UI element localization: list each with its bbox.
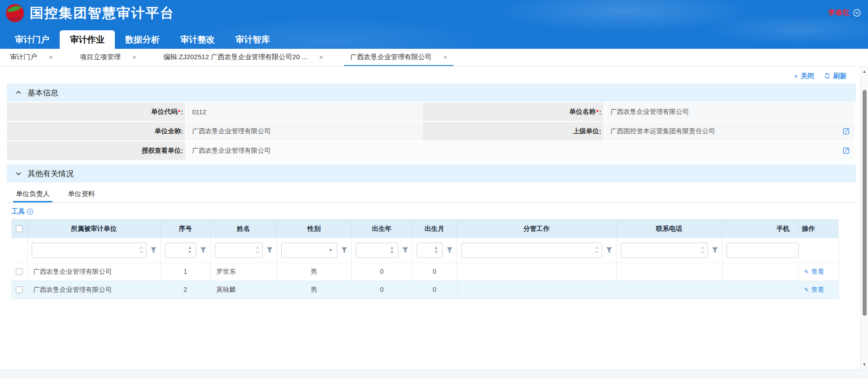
parent-unit-label: 上级单位: (423, 122, 604, 140)
spinner-up-icon[interactable]: ▲ (434, 246, 439, 249)
unit-code-label: 单位代码*: (7, 103, 185, 121)
scroll-down-icon[interactable]: ▼ (861, 360, 868, 369)
unit-full-name-label: 单位全称: (7, 122, 185, 140)
nav-item-audit-work[interactable]: 审计作业 (60, 30, 115, 49)
filter-funnel-icon[interactable] (712, 247, 718, 253)
row-checkbox[interactable] (16, 268, 23, 275)
vertical-scrollbar[interactable]: ▲ ▼ (860, 66, 868, 370)
user-name: 李春红 (828, 8, 850, 18)
unit-code-field[interactable]: 0112 (185, 103, 423, 121)
filter-audited-unit-input[interactable] (32, 243, 146, 258)
filter-gender-select[interactable]: ▼ (281, 243, 337, 258)
view-row-button[interactable]: ✎查看 (804, 285, 825, 294)
close-page-button[interactable]: × 关闭 (794, 72, 814, 80)
tools-menu-button[interactable]: 工具 (11, 206, 860, 216)
filter-funnel-icon[interactable] (151, 247, 156, 253)
collapse-up-icon[interactable] (16, 91, 21, 96)
filter-mobile-input[interactable] (726, 243, 799, 258)
workspace-tab-edit-project[interactable]: 编辑:ZJ202512 广西农垦企业管理有限公司20 ... × (157, 49, 330, 66)
spinner-up-icon[interactable]: ▲ (188, 246, 192, 249)
workspace-tab-project-approval[interactable]: 项目立项管理 × (74, 49, 143, 66)
close-icon: × (794, 72, 798, 80)
tab-unit-leaders[interactable]: 单位负责人 (13, 187, 52, 202)
picker-edit-icon[interactable] (843, 128, 849, 135)
tab-unit-documents[interactable]: 单位资料 (65, 187, 98, 202)
unit-name-label: 单位名称*: (423, 103, 604, 121)
col-birth-year: 出生年 (351, 219, 412, 238)
workspace-tab-audit-portal[interactable]: 审计门户 × (4, 49, 59, 66)
refresh-icon (824, 73, 830, 79)
col-seq: 序号 (160, 219, 210, 238)
nav-item-data-analysis[interactable]: 数据分析 (115, 30, 170, 49)
filter-duty-input[interactable] (461, 243, 602, 258)
spinner-down-icon[interactable]: ▼ (390, 251, 394, 254)
col-audited-unit: 所属被审计单位 (27, 219, 160, 238)
basic-info-form: 单位代码*: 0112 单位名称*: 广西农垦企业管理有限公司 单位全称: 广西… (7, 103, 854, 160)
filter-funnel-icon[interactable] (606, 247, 612, 253)
col-duty: 分管工作 (457, 219, 616, 238)
workspace-tab-bar: 审计门户 × 项目立项管理 × 编辑:ZJ202512 广西农垦企业管理有限公司… (0, 49, 868, 66)
app-title: 国控集团智慧审计平台 (30, 4, 175, 23)
table-filter-row: ▲▼ ▼ ▲▼ ▲▼ (11, 238, 839, 262)
unit-full-name-field[interactable]: 广西农垦企业管理有限公司 (185, 122, 423, 140)
filter-funnel-icon[interactable] (267, 247, 273, 253)
basic-info-section-header[interactable]: 基本信息 (7, 84, 856, 102)
pencil-icon: ✎ (804, 286, 809, 293)
spinner-up-icon[interactable]: ▲ (390, 246, 394, 249)
spinner-down-icon[interactable]: ▼ (188, 251, 192, 254)
filter-phone-input[interactable] (621, 243, 708, 258)
col-mobile: 手机 (722, 219, 798, 238)
picker-edit-icon[interactable] (843, 147, 849, 154)
bottom-strip (0, 370, 868, 379)
authorized-view-unit-field[interactable]: 广西农垦企业管理有限公司 (185, 141, 854, 160)
basic-info-title: 基本信息 (28, 88, 58, 98)
parent-unit-field[interactable]: 广西国控资本运营集团有限责任公司 (604, 122, 854, 140)
user-menu[interactable]: 李春红 (828, 8, 861, 18)
company-logo-icon (5, 4, 24, 23)
filter-funnel-icon[interactable] (341, 247, 347, 253)
dropdown-arrow-icon[interactable]: ▼ (329, 248, 333, 253)
nav-item-audit-portal[interactable]: 审计门户 (5, 30, 60, 49)
filter-name-input[interactable] (215, 243, 263, 258)
filter-birth-month-input[interactable]: ▲▼ (417, 243, 443, 258)
spinner-down-icon[interactable]: ▼ (434, 251, 439, 254)
select-all-checkbox[interactable] (16, 225, 23, 232)
col-gender: 性别 (277, 219, 351, 238)
main-nav: 审计门户 审计作业 数据分析 审计整改 审计智库 (5, 30, 280, 49)
app-header: 国控集团智慧审计平台 李春红 审计门户 审计作业 数据分析 审计整改 审计智库 (0, 0, 868, 49)
table-row[interactable]: 广西农垦企业管理有限公司 1 罗世东 男 0 0 ✎查看 (11, 262, 839, 281)
filter-funnel-icon[interactable] (200, 247, 206, 253)
col-phone: 联系电话 (616, 219, 722, 238)
authorized-view-unit-label: 授权查看单位: (7, 141, 185, 160)
other-info-section-header[interactable]: 其他有关情况 (7, 164, 856, 182)
close-icon[interactable]: × (319, 54, 323, 61)
refresh-page-button[interactable]: 刷新 (824, 72, 847, 80)
filter-funnel-icon[interactable] (447, 247, 453, 253)
workspace-tab-company-detail[interactable]: 广西农垦企业管理有限公司 × (344, 49, 454, 66)
content-area: × 关闭 刷新 基本信息 单位代码*: 0112 单位名称 (0, 66, 860, 370)
close-icon[interactable]: × (49, 54, 53, 61)
view-row-button[interactable]: ✎查看 (804, 267, 825, 276)
table-header-row: 所属被审计单位 序号 姓名 性别 出生年 出生月 分管工作 联系电话 手机 操作 (11, 219, 839, 238)
col-name: 姓名 (210, 219, 277, 238)
unit-name-field[interactable]: 广西农垦企业管理有限公司 (604, 103, 854, 121)
close-icon[interactable]: × (443, 54, 448, 61)
chevron-down-circle-icon (27, 208, 33, 215)
scroll-up-icon[interactable]: ▲ (861, 67, 868, 75)
filter-seq-input[interactable]: ▲▼ (165, 243, 196, 258)
collapse-down-icon[interactable] (16, 170, 21, 175)
nav-item-audit-knowledge[interactable]: 审计智库 (225, 30, 280, 49)
other-info-title: 其他有关情况 (28, 168, 74, 179)
filter-birth-year-input[interactable]: ▲▼ (356, 243, 398, 258)
nav-item-audit-rectify[interactable]: 审计整改 (170, 30, 225, 49)
table-row[interactable]: 广西农垦企业管理有限公司 2 莫咏麟 男 0 0 ✎查看 (11, 281, 839, 299)
page-actions: × 关闭 刷新 (0, 66, 860, 84)
pencil-icon: ✎ (804, 268, 809, 275)
scrollbar-thumb[interactable] (863, 90, 867, 316)
chevron-down-circle-icon[interactable] (853, 9, 861, 17)
close-icon[interactable]: × (132, 54, 137, 61)
row-checkbox[interactable] (16, 286, 23, 293)
unit-leaders-table: 所属被审计单位 序号 姓名 性别 出生年 出生月 分管工作 联系电话 手机 操作 (11, 219, 839, 299)
filter-funnel-icon[interactable] (402, 247, 408, 253)
col-action: 操作 (798, 219, 839, 238)
